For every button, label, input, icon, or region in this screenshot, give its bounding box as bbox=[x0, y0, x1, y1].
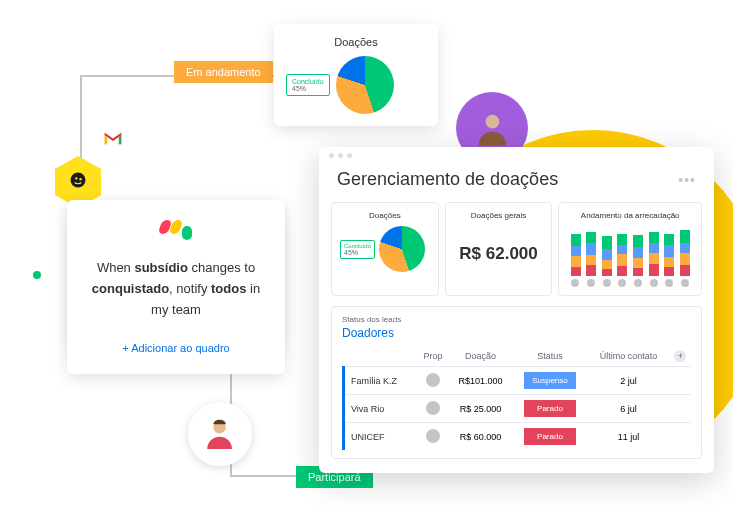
cell-prop[interactable] bbox=[418, 367, 449, 395]
text: When bbox=[97, 260, 135, 275]
doacoes-widget-card: Doações Concluído 45% bbox=[274, 24, 438, 126]
legend-pct: 45% bbox=[344, 249, 371, 256]
pie-legend: Concluído 45% bbox=[286, 74, 330, 96]
status-pill[interactable]: Suspenso bbox=[524, 372, 576, 389]
leads-section: Status dos leads Doadores Prop Doação St… bbox=[331, 306, 702, 459]
legend-label: Concluído bbox=[344, 243, 371, 249]
col-ultimo[interactable]: Último contato bbox=[587, 346, 669, 367]
svg-point-0 bbox=[71, 172, 86, 187]
cell-doacao[interactable]: R$ 60.000 bbox=[448, 423, 512, 451]
total-value: R$ 62.000 bbox=[454, 226, 544, 282]
widget-title: Doações bbox=[340, 211, 430, 220]
text: changes to bbox=[188, 260, 255, 275]
bar-axis-avatars bbox=[567, 279, 693, 287]
automation-field[interactable]: todos bbox=[211, 281, 246, 296]
cell-ultimo[interactable]: 11 jul bbox=[587, 423, 669, 451]
more-menu-button[interactable]: ••• bbox=[678, 172, 696, 188]
cell-status[interactable]: Suspenso bbox=[513, 367, 588, 395]
leads-table: Prop Doação Status Último contato + Famí… bbox=[342, 346, 691, 450]
widget-title: Doações gerais bbox=[454, 211, 544, 220]
pie-legend: Concluído 45% bbox=[340, 240, 375, 259]
section-label: Status dos leads bbox=[342, 315, 691, 324]
col-status[interactable]: Status bbox=[513, 346, 588, 367]
automation-card[interactable]: When subsídio changes to conquistado, no… bbox=[67, 200, 285, 374]
window-chrome bbox=[319, 147, 714, 163]
cell-prop[interactable] bbox=[418, 423, 449, 451]
gmail-icon bbox=[103, 130, 123, 151]
widget-title: Doações bbox=[286, 36, 426, 48]
dashboard-title: Gerenciamento de doações bbox=[337, 169, 558, 190]
stacked-bar-chart bbox=[567, 226, 693, 276]
col-doacao[interactable]: Doação bbox=[448, 346, 512, 367]
avatar bbox=[188, 402, 252, 466]
cell-ultimo[interactable]: 6 jul bbox=[587, 395, 669, 423]
add-column-button[interactable]: + bbox=[674, 350, 686, 362]
automation-field[interactable]: subsídio bbox=[134, 260, 187, 275]
text: , notify bbox=[169, 281, 211, 296]
automation-field[interactable]: conquistado bbox=[92, 281, 169, 296]
widget-andamento-bars[interactable]: Andamento da arrecadação bbox=[558, 202, 702, 296]
svg-point-3 bbox=[485, 114, 499, 128]
avatar-icon bbox=[426, 401, 440, 415]
dashboard-window: Gerenciamento de doações ••• Doações Con… bbox=[319, 147, 714, 473]
automation-recipe-text: When subsídio changes to conquistado, no… bbox=[85, 258, 267, 320]
table-row[interactable]: Viva Rio R$ 25.000 Parado 6 jul bbox=[344, 395, 692, 423]
table-row[interactable]: Família K.Z R$101.000 Suspenso 2 jul bbox=[344, 367, 692, 395]
person-icon bbox=[472, 108, 513, 149]
cell-doacao[interactable]: R$101.000 bbox=[448, 367, 512, 395]
person-icon bbox=[201, 415, 238, 452]
status-pill[interactable]: Parado bbox=[524, 428, 576, 445]
cell-prop[interactable] bbox=[418, 395, 449, 423]
mailchimp-icon bbox=[68, 170, 88, 195]
add-to-board-link[interactable]: + Adicionar ao quadro bbox=[85, 342, 267, 354]
widget-doacoes-pie[interactable]: Doações Concluído 45% bbox=[331, 202, 439, 296]
monday-logo-icon bbox=[85, 220, 267, 240]
pie-chart bbox=[379, 226, 425, 272]
leads-title[interactable]: Doadores bbox=[342, 326, 691, 340]
cell-status[interactable]: Parado bbox=[513, 395, 588, 423]
table-row[interactable]: UNICEF R$ 60.000 Parado 11 jul bbox=[344, 423, 692, 451]
cell-name[interactable]: UNICEF bbox=[344, 423, 418, 451]
widget-doacoes-total[interactable]: Doações gerais R$ 62.000 bbox=[445, 202, 553, 296]
connector-dot bbox=[33, 271, 41, 279]
svg-point-1 bbox=[75, 177, 77, 179]
cell-ultimo[interactable]: 2 jul bbox=[587, 367, 669, 395]
legend-label: Concluído bbox=[292, 78, 324, 85]
status-badge-em-andamento: Em andamento bbox=[174, 61, 273, 83]
cell-name[interactable]: Família K.Z bbox=[344, 367, 418, 395]
widget-title: Andamento da arrecadação bbox=[567, 211, 693, 220]
cell-status[interactable]: Parado bbox=[513, 423, 588, 451]
avatar-icon bbox=[426, 429, 440, 443]
col-prop[interactable]: Prop bbox=[418, 346, 449, 367]
legend-pct: 45% bbox=[292, 85, 324, 92]
pie-chart bbox=[336, 56, 394, 114]
avatar-icon bbox=[426, 373, 440, 387]
svg-point-2 bbox=[79, 178, 81, 180]
status-pill[interactable]: Parado bbox=[524, 400, 576, 417]
cell-doacao[interactable]: R$ 25.000 bbox=[448, 395, 512, 423]
cell-name[interactable]: Viva Rio bbox=[344, 395, 418, 423]
